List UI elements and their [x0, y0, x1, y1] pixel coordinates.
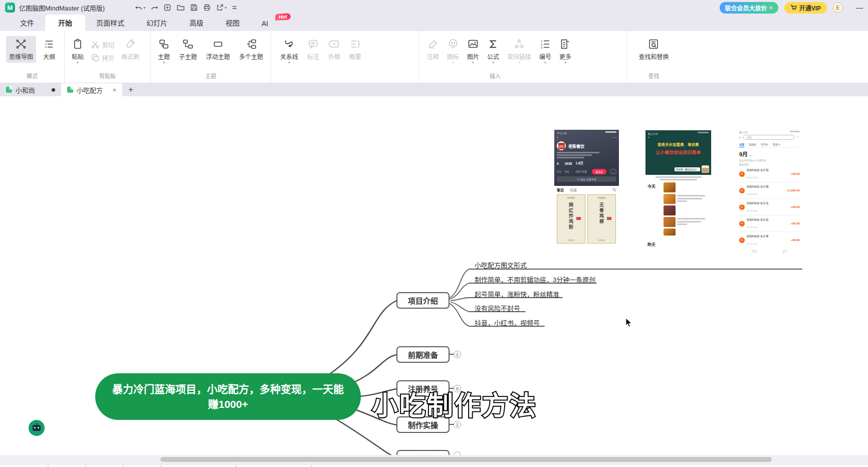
ribbon-group-insert: 注释 图标 ▾ 图片 ▾ 公式 ▾ 双向链接 ▾: [418, 31, 626, 83]
format-painter-button[interactable]: 格式刷: [118, 36, 142, 63]
new-document-button[interactable]: [163, 4, 171, 12]
relationship-line-button[interactable]: 关系线 ▾: [277, 36, 301, 66]
attached-image-payment-bills[interactable]: 晚上9:42 ‹ ⌕ 搜索 ⋯ 全部 退款中 待评价 筛选 ▾ 9月 ▾ 支出 …: [737, 130, 802, 253]
subtopic-node[interactable]: 起号简单，涨粉快，粉丝精准: [475, 289, 559, 299]
new-document-tab-button[interactable]: +: [122, 83, 139, 96]
button-label: 更多: [559, 52, 571, 61]
topic-node-project-intro[interactable]: 项目介绍: [396, 292, 450, 309]
export-icon: [216, 4, 224, 12]
save-button[interactable]: [190, 4, 198, 12]
red-stamp-icon: [576, 217, 581, 220]
footer-icon: [753, 250, 756, 253]
undo-button[interactable]: ▾: [135, 4, 145, 12]
more-insert-button[interactable]: 更多 ▾: [556, 36, 574, 66]
attached-image-douyin-profile[interactable]: 下午2:45 ‹ ⋯ 老陈 老陈餐饮 4关注 3436粉丝 1.8万获赞与收藏 …: [554, 130, 619, 246]
redo-icon: [150, 4, 158, 12]
more-quick-access-button[interactable]: [232, 4, 238, 11]
find-replace-button[interactable]: 查找和替换: [635, 36, 672, 63]
mindmap-mode-button[interactable]: 思维导图: [6, 36, 36, 63]
open-vip-button[interactable]: 开通VIP: [784, 2, 827, 14]
open-file-button[interactable]: [176, 4, 185, 12]
summary-button[interactable]: 概要: [346, 36, 364, 63]
callout-button[interactable]: 标注: [304, 36, 322, 63]
export-button[interactable]: ▾: [216, 4, 227, 12]
copy-button[interactable]: 拷贝: [89, 53, 116, 62]
profile-name: 老陈餐饮: [568, 143, 584, 149]
menu-tab-file[interactable]: 文件: [9, 15, 45, 31]
status-time: 晚上9:08: [648, 132, 658, 135]
day-label-yesterday: 昨天: [647, 242, 656, 247]
menu-tab-ai[interactable]: AI Hot: [251, 17, 279, 31]
more-icon: ⋯: [612, 135, 616, 140]
minimize-button[interactable]: —: [856, 4, 863, 12]
member-promo-button[interactable]: 联合会员大放价 ❀: [720, 2, 778, 14]
floating-topic-button[interactable]: 浮动主题: [203, 36, 233, 63]
attached-image-promo-feed[interactable]: 晚上9:08 ‹ 拒绝天价加盟费、培训费 让小餐饮创业回归简单 陈师傅（餐饮创业…: [645, 130, 711, 260]
message-button: 发消息: [592, 169, 606, 174]
central-topic-node[interactable]: 暴力冷门蓝海项目，小吃配方，多种变现，一天能赚1000+: [95, 373, 361, 420]
bill-entry: ¥ 收钱码收款-来自*龙09-13 16:16 +98.00: [739, 199, 800, 215]
multiple-topics-button[interactable]: 多个主题: [236, 36, 266, 63]
summary-icon: [349, 38, 361, 50]
button-label: 子主题: [179, 52, 197, 61]
subtopic-node[interactable]: 抖音，小红书，视频号: [475, 318, 540, 327]
topic-node-preparation[interactable]: 前期准备: [396, 346, 450, 363]
comment-button[interactable]: 注释: [424, 36, 442, 63]
menu-tab-advanced[interactable]: 高级: [178, 15, 214, 31]
mindmap-icon: [15, 38, 27, 50]
outline-mode-button[interactable]: 大纲: [40, 36, 58, 63]
profile-feed: 笔记 收藏 老陈餐饮 网红炸鸡粉 技术配方 老陈餐饮 无骨鸡柳 技术配方: [554, 186, 619, 245]
formula-button[interactable]: 公式 ▾: [484, 36, 502, 66]
bill-entry: ¥ 收钱码收款-来自*勇09-13 12:12 +98.00: [739, 232, 800, 248]
cut-button[interactable]: 剪切: [89, 40, 116, 49]
paste-button[interactable]: 粘贴 ▾: [69, 36, 87, 66]
numbering-button[interactable]: 123 编号 ▾: [536, 36, 554, 66]
redo-button[interactable]: [150, 4, 158, 12]
floating-wordart-topic[interactable]: 小吃制作方法: [372, 385, 537, 422]
subtopic-button[interactable]: 子主题: [176, 36, 200, 63]
subtopic-node[interactable]: 小吃配方图文形式: [475, 260, 527, 270]
subtopic-node[interactable]: 没有风险不封号: [475, 303, 520, 313]
recipe-card: 老陈餐饮 无骨鸡柳 技术配方: [587, 194, 616, 244]
title-bar: M 亿图脑图MindMaster (试用版) ▾: [0, 0, 868, 15]
formula-icon: [487, 38, 499, 50]
follow-plus-button: +: [610, 169, 616, 174]
food-thumbnail: [664, 228, 676, 236]
robot-icon: [33, 425, 41, 431]
boundary-button[interactable]: 外框: [325, 36, 343, 63]
button-label: 编号: [539, 52, 551, 61]
seal-logo: 老陈: [558, 143, 565, 149]
user-avatar[interactable]: E: [833, 3, 843, 13]
document-tab-label: 小吃配方: [77, 85, 103, 95]
menu-tab-page-style[interactable]: 页面样式: [85, 15, 135, 31]
collapse-badge[interactable]: 2: [454, 351, 461, 358]
unsaved-dot-icon: [52, 88, 55, 92]
menu-tab-slideshow[interactable]: 幻灯片: [135, 15, 178, 31]
button-label: 主题: [158, 52, 170, 61]
horizontal-scrollbar[interactable]: [0, 455, 868, 464]
close-tab-icon[interactable]: ×: [112, 86, 116, 94]
menu-tab-home[interactable]: 开始: [45, 15, 85, 31]
undo-icon: [135, 4, 143, 12]
mouse-cursor: [625, 318, 632, 328]
icon-marker-button[interactable]: 图标 ▾: [444, 36, 462, 66]
ai-label: AI: [262, 20, 268, 28]
stat-likes: 1.8万获赞与收藏: [575, 160, 587, 174]
subtopic-node[interactable]: 制作简单，不用剪辑功底，3分钟一条原创: [475, 275, 595, 284]
mindmaster-window: M 亿图脑图MindMaster (试用版) ▾: [0, 0, 868, 467]
scrollbar-thumb[interactable]: [160, 457, 772, 462]
assistant-bot-button[interactable]: [29, 420, 45, 436]
topic-button[interactable]: 主题 ▾: [155, 36, 173, 66]
bidirectional-link-button[interactable]: 双向链接 ▾: [504, 36, 534, 66]
document-tab-xiaoheshang[interactable]: 小和尚: [0, 83, 61, 96]
food-thumbnail: [664, 194, 676, 204]
document-tab-xiaochipeifang[interactable]: 小吃配方 ×: [61, 83, 122, 96]
save-icon: [190, 4, 198, 12]
food-thumbnail: [664, 182, 676, 192]
group-caption: 模式: [0, 72, 64, 80]
print-button[interactable]: [203, 4, 211, 12]
menu-tab-view[interactable]: 视图: [214, 15, 251, 31]
boundary-icon: [328, 38, 340, 50]
ribbon-toolbar: 思维导图 大纲 模式 粘贴 ▾ 剪切 拷贝: [0, 31, 868, 83]
image-button[interactable]: 图片 ▾: [464, 36, 482, 66]
